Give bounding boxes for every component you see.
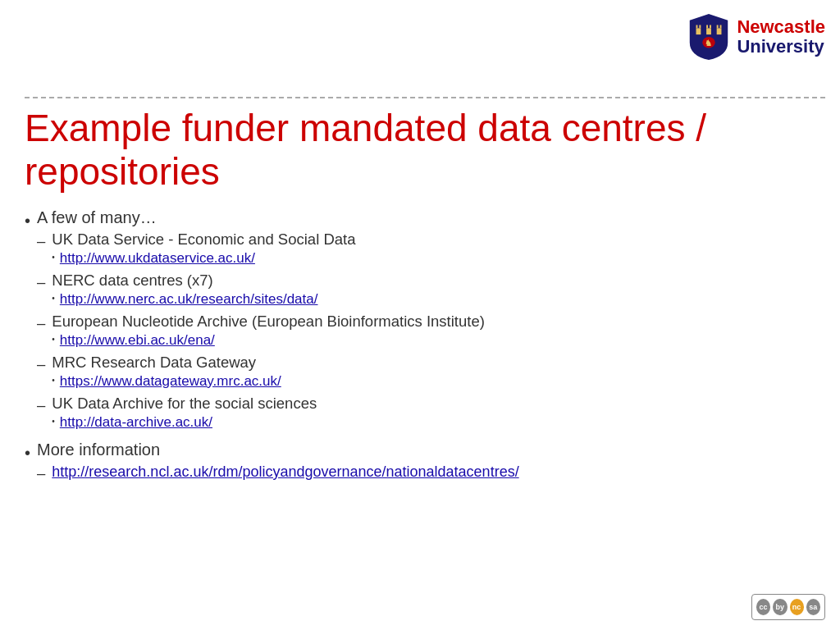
small-dot-icon: • — [52, 294, 55, 303]
sub-sub-list: • http://data-archive.ac.uk/ — [52, 414, 825, 431]
sub-list: – UK Data Service - Economic and Social … — [37, 231, 825, 434]
list-item: – http://research.ncl.ac.uk/rdm/policyan… — [37, 463, 825, 482]
link-data-archive[interactable]: http://data-archive.ac.uk/ — [60, 414, 212, 431]
dash-icon: – — [37, 464, 45, 482]
sub-item-text: MRC Research Data Gateway — [52, 354, 256, 371]
small-dot-icon: • — [52, 335, 55, 344]
logo-newcastle-text: Newcastle — [737, 17, 825, 37]
list-item: • http://www.ukdataservice.ac.uk/ — [52, 250, 825, 267]
slide-title: Example funder mandated data centres / r… — [25, 107, 825, 194]
slide: ♞ Newcastle University Example funder ma… — [0, 0, 840, 630]
logo-area: ♞ Newcastle University — [687, 12, 825, 62]
bullet-text: More information — [37, 441, 160, 459]
list-item: – MRC Research Data Gateway • https://ww… — [37, 354, 825, 393]
dash-icon: – — [37, 355, 45, 373]
content-area: Example funder mandated data centres / r… — [25, 107, 825, 581]
svg-rect-0 — [696, 28, 701, 34]
link-ebi[interactable]: http://www.ebi.ac.uk/ena/ — [60, 332, 215, 349]
cc-license-badge: cc by nc sa — [751, 594, 825, 620]
sub-item-text: UK Data Service - Economic and Social Da… — [52, 231, 355, 248]
svg-rect-5 — [720, 25, 722, 28]
sub-item-text: UK Data Archive for the social sciences — [52, 395, 317, 412]
sub-item-text: NERC data centres (x7) — [52, 272, 212, 289]
dash-icon: – — [37, 232, 45, 250]
sub-sub-list: • http://www.ebi.ac.uk/ena/ — [52, 332, 825, 349]
cc-license-icon: cc by nc sa — [751, 594, 825, 620]
small-dot-icon: • — [52, 417, 55, 426]
cc-sa-circle: sa — [806, 599, 820, 615]
svg-rect-3 — [717, 28, 722, 34]
small-dot-icon: • — [52, 376, 55, 385]
dash-icon: – — [37, 396, 45, 414]
cc-icon-circle: cc — [756, 599, 770, 615]
small-dot-icon: • — [52, 253, 55, 262]
sub-list: – http://research.ncl.ac.uk/rdm/policyan… — [37, 463, 825, 482]
list-item: • More information – http://research.ncl… — [25, 441, 825, 484]
list-item: • http://www.nerc.ac.uk/research/sites/d… — [52, 291, 825, 308]
svg-rect-1 — [696, 25, 698, 28]
sub-item-text: European Nucleotide Archive (European Bi… — [52, 313, 485, 330]
sub-sub-list: • http://www.nerc.ac.uk/research/sites/d… — [52, 291, 825, 308]
list-item: – NERC data centres (x7) • http://www.ne… — [37, 272, 825, 311]
newcastle-shield-icon: ♞ — [687, 12, 730, 62]
dash-icon: – — [37, 314, 45, 332]
logo-university-text: University — [737, 37, 825, 57]
link-ukdataservice[interactable]: http://www.ukdataservice.ac.uk/ — [60, 250, 255, 267]
svg-rect-4 — [717, 25, 719, 28]
link-nerc[interactable]: http://www.nerc.ac.uk/research/sites/dat… — [60, 291, 318, 308]
list-item: – UK Data Archive for the social science… — [37, 395, 825, 434]
list-item: • A few of many… – UK Data Service - Eco… — [25, 208, 825, 436]
list-item: – UK Data Service - Economic and Social … — [37, 231, 825, 270]
link-ncl-rdm[interactable]: http://research.ncl.ac.uk/rdm/policyandg… — [52, 463, 518, 480]
cc-nc-circle: nc — [790, 599, 804, 615]
bullet-text: A few of many… — [37, 208, 157, 226]
sub-sub-list: • http://www.ukdataservice.ac.uk/ — [52, 250, 825, 267]
svg-text:♞: ♞ — [705, 39, 713, 48]
bullet-dot-icon: • — [25, 212, 30, 231]
slide-divider — [25, 97, 825, 98]
list-item: • https://www.datagateway.mrc.ac.uk/ — [52, 373, 825, 390]
svg-rect-6 — [706, 28, 711, 34]
list-item: • http://www.ebi.ac.uk/ena/ — [52, 332, 825, 349]
svg-rect-7 — [706, 25, 708, 28]
svg-rect-8 — [710, 25, 711, 28]
link-mrc[interactable]: https://www.datagateway.mrc.ac.uk/ — [60, 373, 281, 390]
list-item: – European Nucleotide Archive (European … — [37, 313, 825, 352]
logo-text: Newcastle University — [737, 17, 825, 57]
list-item: • http://data-archive.ac.uk/ — [52, 414, 825, 431]
main-bullet-list: • A few of many… – UK Data Service - Eco… — [25, 208, 825, 484]
dash-icon: – — [37, 273, 45, 291]
svg-rect-2 — [700, 25, 701, 28]
bullet-dot-icon: • — [25, 444, 30, 463]
cc-by-circle: by — [773, 599, 787, 615]
sub-sub-list: • https://www.datagateway.mrc.ac.uk/ — [52, 373, 825, 390]
